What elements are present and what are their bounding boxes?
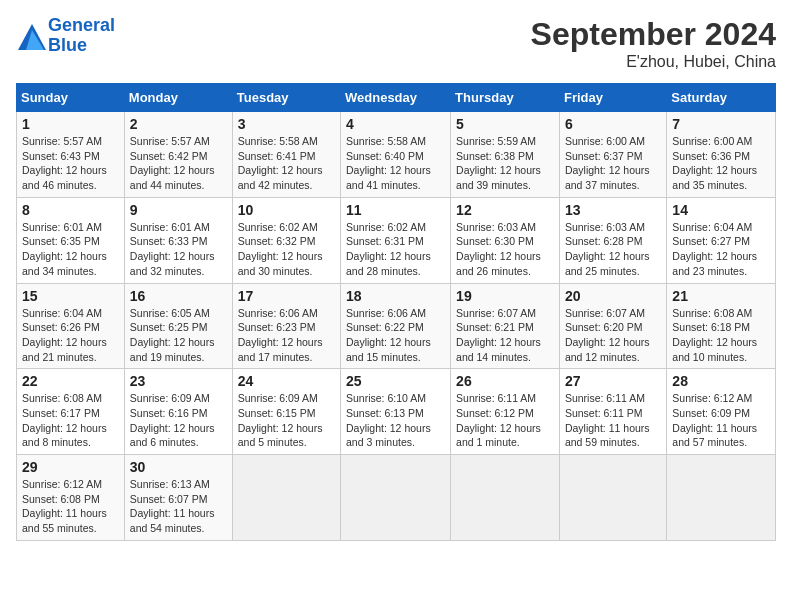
calendar-cell	[559, 455, 666, 541]
calendar-cell: 29 Sunrise: 6:12 AMSunset: 6:08 PMDaylig…	[17, 455, 125, 541]
calendar-cell: 16 Sunrise: 6:05 AMSunset: 6:25 PMDaylig…	[124, 283, 232, 369]
day-info: Sunrise: 6:02 AMSunset: 6:32 PMDaylight:…	[238, 221, 323, 277]
day-info: Sunrise: 6:12 AMSunset: 6:09 PMDaylight:…	[672, 392, 757, 448]
day-number: 29	[22, 459, 119, 475]
col-wednesday: Wednesday	[341, 84, 451, 112]
day-info: Sunrise: 6:09 AMSunset: 6:15 PMDaylight:…	[238, 392, 323, 448]
day-number: 28	[672, 373, 770, 389]
calendar-cell: 24 Sunrise: 6:09 AMSunset: 6:15 PMDaylig…	[232, 369, 340, 455]
day-info: Sunrise: 6:06 AMSunset: 6:23 PMDaylight:…	[238, 307, 323, 363]
calendar-cell: 26 Sunrise: 6:11 AMSunset: 6:12 PMDaylig…	[451, 369, 560, 455]
day-info: Sunrise: 6:06 AMSunset: 6:22 PMDaylight:…	[346, 307, 431, 363]
day-number: 18	[346, 288, 445, 304]
calendar-cell: 12 Sunrise: 6:03 AMSunset: 6:30 PMDaylig…	[451, 197, 560, 283]
day-info: Sunrise: 6:04 AMSunset: 6:27 PMDaylight:…	[672, 221, 757, 277]
day-number: 13	[565, 202, 661, 218]
day-info: Sunrise: 6:00 AMSunset: 6:36 PMDaylight:…	[672, 135, 757, 191]
col-thursday: Thursday	[451, 84, 560, 112]
location: E'zhou, Hubei, China	[531, 53, 776, 71]
logo-icon	[16, 22, 44, 50]
calendar-week-row: 1 Sunrise: 5:57 AMSunset: 6:43 PMDayligh…	[17, 112, 776, 198]
day-number: 6	[565, 116, 661, 132]
day-number: 1	[22, 116, 119, 132]
calendar-week-row: 29 Sunrise: 6:12 AMSunset: 6:08 PMDaylig…	[17, 455, 776, 541]
calendar-cell: 8 Sunrise: 6:01 AMSunset: 6:35 PMDayligh…	[17, 197, 125, 283]
calendar-cell: 6 Sunrise: 6:00 AMSunset: 6:37 PMDayligh…	[559, 112, 666, 198]
col-tuesday: Tuesday	[232, 84, 340, 112]
day-number: 11	[346, 202, 445, 218]
day-info: Sunrise: 5:57 AMSunset: 6:42 PMDaylight:…	[130, 135, 215, 191]
day-number: 23	[130, 373, 227, 389]
calendar-cell: 10 Sunrise: 6:02 AMSunset: 6:32 PMDaylig…	[232, 197, 340, 283]
day-number: 8	[22, 202, 119, 218]
day-info: Sunrise: 6:12 AMSunset: 6:08 PMDaylight:…	[22, 478, 107, 534]
calendar-cell: 9 Sunrise: 6:01 AMSunset: 6:33 PMDayligh…	[124, 197, 232, 283]
calendar-cell: 11 Sunrise: 6:02 AMSunset: 6:31 PMDaylig…	[341, 197, 451, 283]
calendar-header-row: Sunday Monday Tuesday Wednesday Thursday…	[17, 84, 776, 112]
calendar-cell: 21 Sunrise: 6:08 AMSunset: 6:18 PMDaylig…	[667, 283, 776, 369]
day-number: 15	[22, 288, 119, 304]
calendar-cell	[667, 455, 776, 541]
day-info: Sunrise: 5:58 AMSunset: 6:41 PMDaylight:…	[238, 135, 323, 191]
calendar-week-row: 8 Sunrise: 6:01 AMSunset: 6:35 PMDayligh…	[17, 197, 776, 283]
day-info: Sunrise: 6:05 AMSunset: 6:25 PMDaylight:…	[130, 307, 215, 363]
calendar-cell: 5 Sunrise: 5:59 AMSunset: 6:38 PMDayligh…	[451, 112, 560, 198]
calendar-cell	[341, 455, 451, 541]
page-header: General Blue September 2024 E'zhou, Hube…	[16, 16, 776, 71]
calendar-cell: 2 Sunrise: 5:57 AMSunset: 6:42 PMDayligh…	[124, 112, 232, 198]
calendar-table: Sunday Monday Tuesday Wednesday Thursday…	[16, 83, 776, 541]
day-info: Sunrise: 6:07 AMSunset: 6:20 PMDaylight:…	[565, 307, 650, 363]
day-info: Sunrise: 6:00 AMSunset: 6:37 PMDaylight:…	[565, 135, 650, 191]
day-number: 10	[238, 202, 335, 218]
day-number: 21	[672, 288, 770, 304]
calendar-cell: 23 Sunrise: 6:09 AMSunset: 6:16 PMDaylig…	[124, 369, 232, 455]
day-info: Sunrise: 5:59 AMSunset: 6:38 PMDaylight:…	[456, 135, 541, 191]
day-number: 3	[238, 116, 335, 132]
day-info: Sunrise: 6:02 AMSunset: 6:31 PMDaylight:…	[346, 221, 431, 277]
day-number: 2	[130, 116, 227, 132]
calendar-cell: 19 Sunrise: 6:07 AMSunset: 6:21 PMDaylig…	[451, 283, 560, 369]
calendar-cell	[451, 455, 560, 541]
day-info: Sunrise: 6:10 AMSunset: 6:13 PMDaylight:…	[346, 392, 431, 448]
day-info: Sunrise: 6:08 AMSunset: 6:18 PMDaylight:…	[672, 307, 757, 363]
day-info: Sunrise: 5:58 AMSunset: 6:40 PMDaylight:…	[346, 135, 431, 191]
day-info: Sunrise: 6:09 AMSunset: 6:16 PMDaylight:…	[130, 392, 215, 448]
day-number: 14	[672, 202, 770, 218]
calendar-cell: 20 Sunrise: 6:07 AMSunset: 6:20 PMDaylig…	[559, 283, 666, 369]
logo-text: General Blue	[48, 16, 115, 56]
day-number: 25	[346, 373, 445, 389]
calendar-cell: 18 Sunrise: 6:06 AMSunset: 6:22 PMDaylig…	[341, 283, 451, 369]
calendar-cell: 27 Sunrise: 6:11 AMSunset: 6:11 PMDaylig…	[559, 369, 666, 455]
day-number: 4	[346, 116, 445, 132]
day-number: 30	[130, 459, 227, 475]
col-monday: Monday	[124, 84, 232, 112]
day-info: Sunrise: 6:04 AMSunset: 6:26 PMDaylight:…	[22, 307, 107, 363]
calendar-cell: 30 Sunrise: 6:13 AMSunset: 6:07 PMDaylig…	[124, 455, 232, 541]
calendar-cell: 17 Sunrise: 6:06 AMSunset: 6:23 PMDaylig…	[232, 283, 340, 369]
day-info: Sunrise: 6:11 AMSunset: 6:11 PMDaylight:…	[565, 392, 650, 448]
day-number: 7	[672, 116, 770, 132]
day-info: Sunrise: 6:03 AMSunset: 6:30 PMDaylight:…	[456, 221, 541, 277]
calendar-cell: 14 Sunrise: 6:04 AMSunset: 6:27 PMDaylig…	[667, 197, 776, 283]
calendar-cell: 3 Sunrise: 5:58 AMSunset: 6:41 PMDayligh…	[232, 112, 340, 198]
day-info: Sunrise: 6:03 AMSunset: 6:28 PMDaylight:…	[565, 221, 650, 277]
day-info: Sunrise: 6:08 AMSunset: 6:17 PMDaylight:…	[22, 392, 107, 448]
col-friday: Friday	[559, 84, 666, 112]
calendar-cell: 22 Sunrise: 6:08 AMSunset: 6:17 PMDaylig…	[17, 369, 125, 455]
day-number: 26	[456, 373, 554, 389]
day-info: Sunrise: 6:01 AMSunset: 6:33 PMDaylight:…	[130, 221, 215, 277]
day-number: 24	[238, 373, 335, 389]
calendar-cell: 13 Sunrise: 6:03 AMSunset: 6:28 PMDaylig…	[559, 197, 666, 283]
day-number: 17	[238, 288, 335, 304]
month-title: September 2024 E'zhou, Hubei, China	[531, 16, 776, 71]
col-sunday: Sunday	[17, 84, 125, 112]
day-info: Sunrise: 6:07 AMSunset: 6:21 PMDaylight:…	[456, 307, 541, 363]
day-number: 16	[130, 288, 227, 304]
day-number: 22	[22, 373, 119, 389]
calendar-cell: 15 Sunrise: 6:04 AMSunset: 6:26 PMDaylig…	[17, 283, 125, 369]
calendar-cell: 1 Sunrise: 5:57 AMSunset: 6:43 PMDayligh…	[17, 112, 125, 198]
logo: General Blue	[16, 16, 115, 56]
day-number: 5	[456, 116, 554, 132]
day-info: Sunrise: 5:57 AMSunset: 6:43 PMDaylight:…	[22, 135, 107, 191]
day-info: Sunrise: 6:01 AMSunset: 6:35 PMDaylight:…	[22, 221, 107, 277]
